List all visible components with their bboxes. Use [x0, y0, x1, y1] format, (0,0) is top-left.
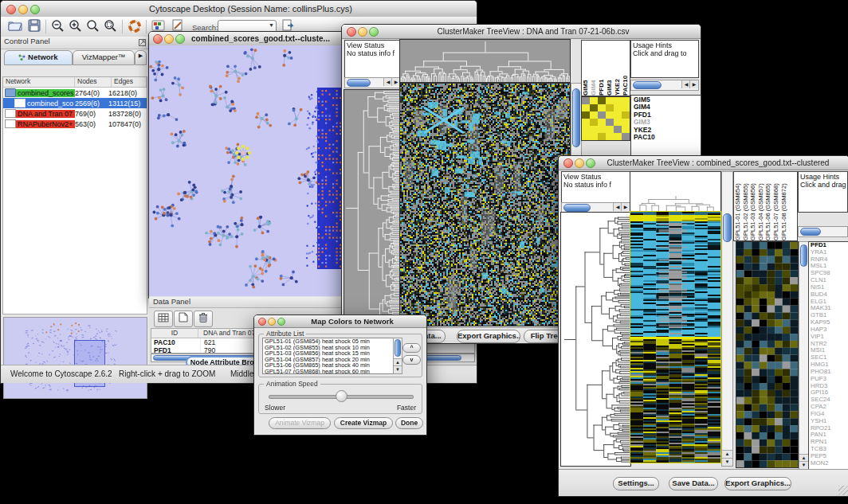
tab-network[interactable]: Network [4, 50, 73, 65]
settings-button[interactable]: Settings... [613, 477, 659, 490]
gene-label[interactable]: NTR2 [811, 341, 848, 348]
scroll-down-icon[interactable]: ▼ [722, 458, 732, 466]
network-row[interactable]: RNAPuberNov2+ 563(0) 107847(0) [3, 119, 147, 129]
treeview2-titlebar[interactable]: ClusterMaker TreeView : combined_scores_… [559, 156, 848, 170]
gene-label[interactable]: GPI16 [811, 389, 848, 397]
gene-label[interactable]: TCB3 [811, 446, 848, 453]
minimize-button[interactable] [268, 318, 276, 326]
open-session-button[interactable] [7, 19, 23, 34]
gene-label[interactable]: PAC10 [634, 134, 701, 141]
column-label[interactable]: GIM4 [590, 41, 598, 96]
gene-label[interactable]: PUF3 [811, 376, 848, 383]
row-dendrogram[interactable] [344, 89, 400, 326]
gene-label[interactable]: PFD1 [811, 242, 848, 249]
column-label[interactable]: YKE2 [614, 41, 622, 96]
gene-label[interactable]: SPC98 [811, 270, 848, 277]
gene-label[interactable]: PHO81 [811, 369, 848, 376]
gene-label[interactable]: CPA2 [811, 404, 848, 411]
scroll-down-icon[interactable]: ▼ [394, 365, 402, 373]
network-row[interactable]: combined_scores 2764(0) 16218(0) [3, 88, 147, 98]
gene-label[interactable]: RPO21 [811, 425, 848, 432]
minimize-button[interactable] [358, 27, 367, 37]
gene-label[interactable]: PEP5 [811, 453, 848, 460]
gene-label[interactable]: ELG1 [811, 299, 848, 306]
export-graphics-button[interactable]: Export Graphics... [457, 330, 520, 343]
zoom-button[interactable] [277, 318, 285, 326]
scroll-up-icon[interactable]: ▲ [722, 450, 732, 458]
attribute-list-item[interactable]: GPL51-04 (GSM857) heat shock 20 min [263, 357, 394, 363]
row-dendrogram-canvas[interactable] [344, 90, 399, 326]
zoom-heatmap[interactable] [581, 96, 630, 141]
float-panel-icon[interactable] [139, 39, 146, 46]
scroll-right-icon[interactable]: ▶ [689, 80, 698, 88]
tab-overflow-button[interactable]: ▶ [135, 50, 147, 65]
network-view-titlebar[interactable]: combined_scores_good.txt--cluste... [149, 32, 348, 46]
column-dendrogram[interactable] [630, 171, 721, 212]
gene-label[interactable]: RNR4 [811, 256, 848, 264]
view-status-hscrollbar[interactable]: ◀ ▶ [344, 77, 401, 88]
col-nodes[interactable]: Nodes [75, 77, 112, 87]
create-attribute-button[interactable] [174, 311, 193, 327]
gene-label[interactable]: PFD1 [634, 111, 701, 119]
global-heatmap-canvas[interactable] [630, 212, 720, 463]
gene-label[interactable]: NIS1 [811, 284, 848, 291]
birdseye-canvas[interactable] [4, 318, 145, 397]
save-data-button[interactable]: Save Data... [669, 477, 718, 490]
zoom-heatmap-canvas[interactable] [736, 242, 798, 467]
gene-label[interactable]: HRD3 [811, 383, 848, 390]
gene-label[interactable]: HMG1 [811, 361, 848, 369]
gene-label[interactable]: YSH1 [811, 418, 848, 425]
column-label[interactable]: GPL51-07 (GSM868) [772, 172, 780, 240]
column-label[interactable]: GPL51-01 (GSM854) [734, 172, 742, 240]
attribute-list-item[interactable]: GPL51-03 (GSM856) heat shock 15 min [263, 350, 394, 357]
create-vizmap-button[interactable]: Create Vizmap [334, 417, 393, 429]
save-session-button[interactable] [26, 19, 42, 34]
column-label[interactable]: GIM3 [606, 41, 614, 96]
gene-label[interactable]: FIG4 [811, 411, 848, 418]
col-edges[interactable]: Edges [112, 77, 147, 87]
attribute-list-item[interactable]: GPL51-02 (GSM855) heat shock 10 min [263, 345, 394, 351]
close-button[interactable] [258, 318, 266, 326]
usage-hints-hscrollbar[interactable] [798, 226, 848, 237]
column-label[interactable]: GPL51-08 (GSM872) [780, 172, 788, 240]
gene-label[interactable]: PAN1 [811, 432, 848, 439]
row-dendrogram-canvas[interactable] [561, 213, 630, 466]
speed-slider-thumb[interactable] [336, 390, 347, 402]
column-label[interactable]: GIM5 [582, 41, 590, 96]
column-label[interactable]: GPL51-04 (GSM857) [757, 172, 765, 240]
row-dendrogram[interactable] [560, 212, 631, 467]
network-canvas[interactable] [149, 45, 347, 296]
heatmap-vscrollbar[interactable]: ▲ ▼ [721, 171, 733, 467]
column-label[interactable]: PAC10 [622, 41, 630, 96]
column-dendrogram-canvas[interactable] [400, 40, 570, 82]
attribute-select-button[interactable] [154, 311, 173, 327]
gene-label[interactable]: RPN1 [811, 439, 848, 446]
usage-hints-hscrollbar[interactable]: ◀ ▶ [630, 80, 699, 91]
close-button[interactable] [6, 5, 16, 14]
help-button[interactable] [127, 19, 143, 34]
column-label[interactable]: GPL51-06 (GSM865) [764, 172, 772, 240]
zoom-in-button[interactable] [68, 19, 84, 34]
gene-label[interactable]: KAP95 [811, 319, 848, 326]
gene-label[interactable]: YKE2 [634, 127, 701, 134]
gene-label[interactable]: BUD4 [811, 291, 848, 299]
network-row[interactable]: DNA and Tran 07 769(0) 183728(0) [3, 108, 147, 119]
minimize-button[interactable] [164, 34, 174, 44]
attribute-list-item[interactable]: GPL51-07 (GSM868) heat shock 60 min [263, 369, 394, 375]
gene-label[interactable]: YRA1 [811, 249, 848, 256]
gene-label[interactable]: GIM4 [634, 104, 701, 111]
global-heatmap-canvas[interactable] [400, 84, 570, 326]
animate-vizmap-button[interactable]: Animate Vizmap [269, 417, 331, 429]
global-heatmap[interactable] [630, 211, 721, 463]
close-button[interactable] [153, 34, 163, 44]
scroll-thumb[interactable] [347, 79, 371, 87]
scroll-thumb[interactable] [572, 88, 580, 147]
close-button[interactable] [347, 27, 356, 37]
gene-label[interactable]: MAK31 [811, 305, 848, 312]
scroll-right-icon[interactable]: ▶ [621, 203, 630, 211]
birdseye-view[interactable] [3, 317, 147, 399]
gene-label[interactable]: GIM5 [634, 96, 701, 104]
zoom-button[interactable] [586, 158, 595, 168]
resize-grip[interactable] [838, 486, 848, 495]
column-label[interactable]: PFD1 [598, 41, 606, 96]
